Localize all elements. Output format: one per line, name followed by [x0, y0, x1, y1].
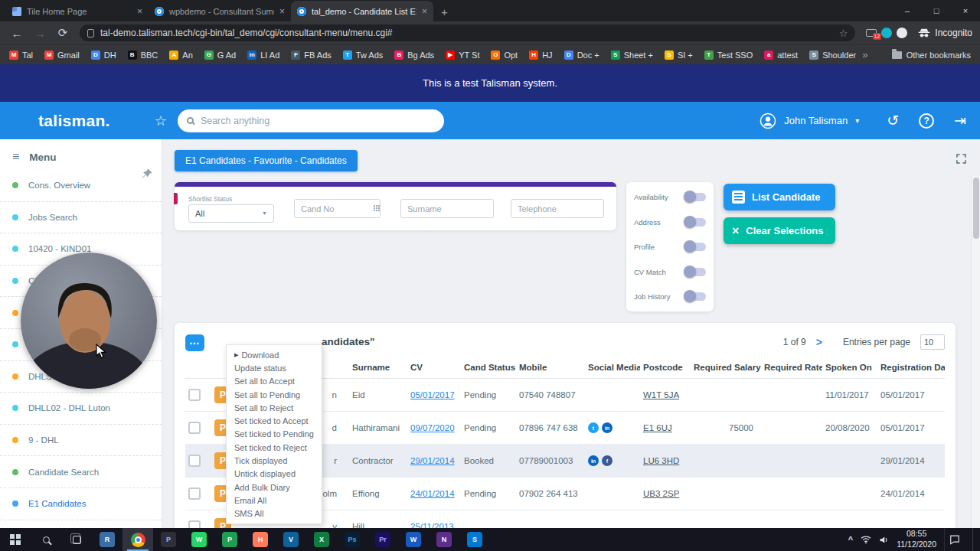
- show-desktop-button[interactable]: [972, 528, 975, 551]
- browser-tab[interactable]: Tile Home Page×: [6, 1, 149, 21]
- linkedin-icon[interactable]: in: [588, 455, 599, 466]
- context-menu-item[interactable]: Set ticked to Reject: [227, 441, 322, 454]
- skype-icon[interactable]: S: [459, 528, 490, 551]
- new-tab-button[interactable]: +: [433, 5, 456, 21]
- bookmark-item[interactable]: SShoulder: [809, 51, 856, 60]
- notification-center-icon[interactable]: [944, 528, 965, 551]
- bookmark-item[interactable]: OOpt: [491, 51, 518, 60]
- sidebar-item[interactable]: Jobs Search: [0, 202, 162, 234]
- tab-close-icon[interactable]: ×: [279, 6, 285, 17]
- excel-icon[interactable]: X: [306, 528, 337, 551]
- bookmark-item[interactable]: MTal: [9, 51, 33, 60]
- postcode-link[interactable]: E1 6UJ: [643, 423, 672, 432]
- cv-date-link[interactable]: 24/01/2014: [410, 489, 455, 498]
- bookmark-item[interactable]: MGmail: [44, 51, 80, 60]
- chevron-down-icon[interactable]: ▾: [855, 116, 859, 125]
- cv-date-link[interactable]: 25/11/2013: [410, 522, 454, 528]
- row-checkbox[interactable]: [188, 455, 201, 467]
- shortlist-status-select[interactable]: All ▼: [188, 204, 274, 223]
- hamburger-icon[interactable]: ≡: [12, 150, 19, 164]
- minimize-button[interactable]: –: [893, 0, 922, 21]
- bookmark-item[interactable]: TTest SSO: [704, 51, 753, 60]
- premiere-icon[interactable]: Pr: [368, 528, 398, 551]
- context-menu-item[interactable]: Set ticked to Accept: [227, 414, 322, 427]
- browser-tab[interactable]: tal_demo - Candidate List E1 Can×: [291, 1, 433, 21]
- clock[interactable]: 08:55 11/12/2020: [897, 529, 936, 549]
- cand-no-input[interactable]: [294, 199, 381, 218]
- bookmark-item[interactable]: inLI Ad: [247, 51, 279, 60]
- row-checkbox[interactable]: [188, 389, 201, 401]
- network-icon[interactable]: [861, 535, 871, 544]
- context-menu-item[interactable]: Set all to Accept: [227, 375, 322, 388]
- breadcrumb[interactable]: E1 Candidates - Favourite - Candidates: [175, 150, 358, 171]
- photos-app-icon[interactable]: P: [153, 528, 184, 551]
- user-name[interactable]: John Talisman: [784, 115, 848, 126]
- entries-per-page-input[interactable]: [920, 334, 945, 350]
- help-icon[interactable]: ?: [919, 113, 934, 129]
- row-checkbox[interactable]: [188, 520, 201, 528]
- other-bookmarks-button[interactable]: Other bookmarks: [892, 51, 971, 60]
- context-menu-item[interactable]: Email All: [227, 494, 322, 507]
- reload-button[interactable]: ⟳: [54, 26, 72, 40]
- toggle-switch[interactable]: [685, 292, 706, 301]
- sidebar-item[interactable]: DHLL02 - DHL Luton: [0, 393, 162, 425]
- bookmark-star-icon[interactable]: ☆: [839, 28, 848, 39]
- bookmark-item[interactable]: DDH: [91, 51, 116, 60]
- context-menu-item[interactable]: ▶Download: [227, 348, 322, 361]
- vscode-icon[interactable]: V: [276, 528, 306, 551]
- toggle-switch[interactable]: [685, 268, 706, 276]
- list-menu-button[interactable]: ⋯: [185, 334, 204, 351]
- forward-button[interactable]: →: [31, 27, 49, 40]
- whatsapp-icon[interactable]: W: [184, 528, 214, 551]
- extension-icon-2[interactable]: [881, 28, 892, 38]
- pin-icon[interactable]: [142, 168, 152, 179]
- toggle-switch[interactable]: [685, 243, 706, 251]
- user-avatar-icon[interactable]: [760, 112, 776, 129]
- context-menu-item[interactable]: Set all to Pending: [227, 388, 322, 401]
- bookmark-item[interactable]: TTw Ads: [343, 51, 383, 60]
- cv-date-link[interactable]: 05/01/2017: [410, 390, 455, 399]
- list-candidate-button[interactable]: List Candidate: [724, 184, 835, 210]
- search-input[interactable]: [201, 116, 435, 126]
- facebook-icon[interactable]: f: [602, 455, 612, 466]
- cv-date-link[interactable]: 09/07/2020: [410, 423, 455, 432]
- bookmark-item[interactable]: GG Ad: [204, 51, 236, 60]
- taskbar-search-button[interactable]: [31, 528, 61, 551]
- onenote-icon[interactable]: N: [429, 528, 459, 551]
- bookmark-item[interactable]: BBg Ads: [394, 51, 434, 60]
- context-menu-item[interactable]: SMS All: [227, 507, 322, 520]
- fullscreen-icon[interactable]: [956, 153, 966, 167]
- bookmark-item[interactable]: SSheet +: [611, 51, 653, 60]
- toggle-switch[interactable]: [685, 193, 706, 201]
- bookmarks-overflow-icon[interactable]: »: [862, 49, 867, 60]
- postcode-link[interactable]: W1T 5JA: [643, 390, 679, 399]
- surname-input[interactable]: [400, 199, 494, 218]
- back-button[interactable]: ←: [8, 27, 26, 40]
- sidebar-item[interactable]: Cons. Overview: [0, 170, 162, 202]
- address-bar[interactable]: tal-demo.talisman.tech/cgi-bin/tal_demo/…: [80, 24, 855, 41]
- remote-desktop-icon[interactable]: R: [92, 528, 122, 551]
- postcode-link[interactable]: LU6 3HD: [643, 456, 679, 465]
- next-page-button[interactable]: >: [816, 336, 822, 348]
- telephone-input[interactable]: [511, 199, 604, 218]
- bookmark-item[interactable]: AAn: [169, 51, 192, 60]
- sidebar-item[interactable]: Candidate Search: [0, 456, 162, 488]
- cv-date-link[interactable]: 29/01/2014: [410, 456, 455, 465]
- tab-close-icon[interactable]: ×: [422, 6, 427, 17]
- toggle-switch[interactable]: [685, 218, 706, 227]
- bookmark-item[interactable]: SSI +: [665, 51, 693, 60]
- cast-extension-icon[interactable]: 12: [866, 29, 877, 37]
- extension-icon-3[interactable]: [897, 28, 907, 38]
- site-info-icon[interactable]: [87, 29, 94, 37]
- talisman-logo[interactable]: talisman.: [38, 112, 110, 130]
- row-checkbox[interactable]: [188, 487, 201, 500]
- clear-selections-button[interactable]: × Clear Selections: [724, 217, 835, 244]
- bookmark-item[interactable]: aattest: [764, 51, 798, 60]
- word-icon[interactable]: W: [398, 528, 429, 551]
- tray-chevron-icon[interactable]: ^: [848, 535, 853, 544]
- bookmark-item[interactable]: ▶YT St: [446, 51, 479, 60]
- scrollbar-thumb[interactable]: [973, 178, 979, 239]
- scrollbar[interactable]: [971, 176, 980, 528]
- context-menu-item[interactable]: Tick displayed: [227, 454, 322, 467]
- bookmark-item[interactable]: FFB Ads: [291, 51, 331, 60]
